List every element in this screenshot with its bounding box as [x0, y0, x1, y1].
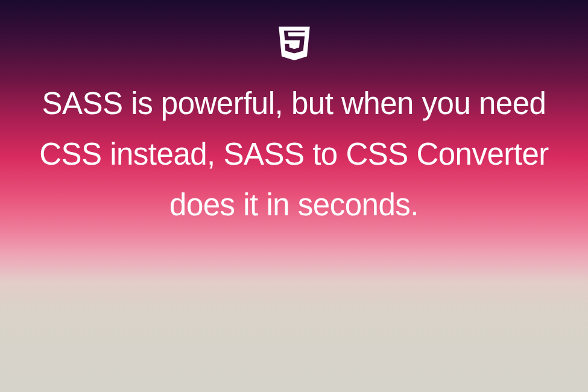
hero-headline: SASS is powerful, but when you need CSS … [0, 78, 588, 230]
css3-shield-icon [276, 24, 312, 60]
hero-icon-container [276, 24, 312, 60]
